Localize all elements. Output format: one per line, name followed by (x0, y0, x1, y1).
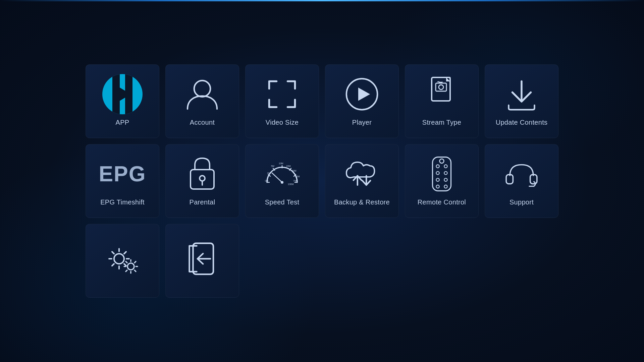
svg-point-37 (436, 185, 439, 188)
tile-label-parental: Parental (190, 198, 215, 206)
svg-text:1M: 1M (267, 172, 270, 174)
svg-point-32 (444, 165, 447, 168)
svg-line-26 (272, 173, 282, 182)
tile-label-backup-restore: Backup & Restore (334, 198, 390, 206)
tile-epg-timeshift[interactable]: EPGEPG Timeshift (86, 144, 159, 218)
tile-logout[interactable] (165, 224, 239, 298)
settings-icon (104, 240, 141, 277)
tile-player[interactable]: Player (325, 64, 399, 138)
svg-point-33 (436, 171, 439, 174)
app-icon (102, 74, 143, 114)
update-contents-icon (503, 76, 540, 113)
svg-text:75M: 75M (293, 180, 298, 182)
tile-parental[interactable]: Parental (165, 144, 239, 218)
svg-point-27 (281, 181, 283, 184)
svg-text:5M: 5M (271, 165, 274, 167)
svg-text:20M: 20M (286, 165, 291, 167)
video-size-icon (264, 76, 301, 113)
tile-app[interactable]: APP (86, 64, 159, 138)
svg-rect-30 (433, 157, 451, 191)
svg-point-39 (440, 159, 444, 163)
tile-label-video-size: Video Size (266, 119, 299, 126)
player-icon (343, 76, 380, 113)
tile-support[interactable]: Support (485, 144, 558, 218)
tile-label-epg-timeshift: EPG Timeshift (100, 198, 145, 206)
backup-restore-icon (343, 156, 380, 192)
svg-text:30M: 30M (292, 170, 297, 172)
stream-type-icon (423, 76, 460, 113)
svg-text:0M: 0M (265, 180, 268, 182)
svg-point-31 (436, 165, 439, 168)
tile-settings[interactable] (86, 224, 159, 298)
tile-stream-type[interactable]: Stream Type (405, 64, 479, 138)
tile-label-support: Support (509, 198, 534, 206)
svg-point-5 (439, 85, 443, 89)
svg-marker-2 (358, 87, 370, 101)
svg-point-38 (444, 185, 447, 188)
svg-text:10M: 10M (279, 162, 283, 165)
svg-point-0 (194, 80, 210, 97)
tile-label-account: Account (190, 119, 215, 126)
svg-point-35 (436, 178, 439, 181)
tile-update-contents[interactable]: Update Contents (485, 64, 558, 138)
tile-speed-test[interactable]: 0M 1M 5M 10M 20M 30M 50M 75M 100M Speed … (245, 144, 319, 218)
tile-label-stream-type: Stream Type (422, 119, 461, 126)
tile-label-player: Player (352, 119, 372, 126)
svg-rect-7 (191, 170, 214, 189)
svg-point-34 (444, 171, 447, 174)
tile-label-app: APP (116, 119, 129, 126)
speed-test-icon: 0M 1M 5M 10M 20M 30M 50M 75M 100M (264, 156, 301, 192)
account-icon (184, 76, 221, 113)
remote-control-icon (423, 156, 460, 192)
parental-icon (184, 156, 221, 192)
svg-point-8 (200, 176, 205, 181)
tile-label-remote-control: Remote Control (418, 198, 466, 206)
tile-backup-restore[interactable]: Backup & Restore (325, 144, 399, 218)
settings-grid: APP Account Video Size Player (72, 51, 572, 311)
svg-point-44 (127, 263, 134, 270)
tile-label-speed-test: Speed Test (265, 198, 300, 206)
support-icon (503, 156, 540, 192)
svg-point-43 (114, 254, 124, 264)
tile-label-update-contents: Update Contents (496, 119, 548, 126)
tile-video-size[interactable]: Video Size (245, 64, 319, 138)
svg-point-36 (444, 178, 447, 181)
tile-remote-control[interactable]: Remote Control (405, 144, 479, 218)
epg-icon: EPG (99, 162, 146, 186)
logout-icon (184, 240, 221, 277)
svg-text:50M: 50M (295, 175, 300, 178)
svg-text:100M: 100M (288, 183, 294, 185)
tile-account[interactable]: Account (165, 64, 239, 138)
